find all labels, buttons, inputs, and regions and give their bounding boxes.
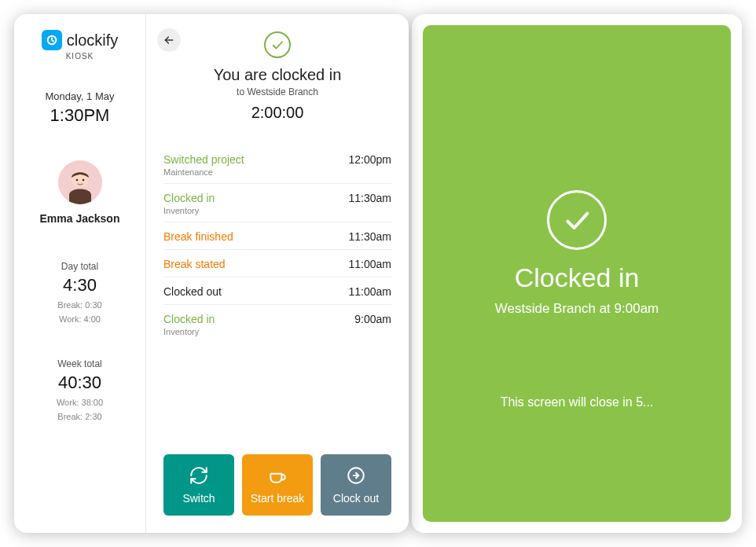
confirmation-closing-text: This screen will close in 5... [501, 395, 654, 409]
kiosk-card: clockify KIOSK Monday, 1 May 1:30PM Emma… [14, 14, 409, 533]
back-button[interactable] [157, 28, 181, 52]
event-title: Break stated [163, 258, 226, 270]
event-subtitle: Maintenance [163, 167, 244, 177]
event-subtitle: Inventory [163, 206, 215, 215]
check-circle-icon [264, 31, 291, 58]
hero-subtitle: to Westside Branch [237, 86, 318, 97]
clockify-logo-icon [42, 30, 62, 50]
event-row: Switched project Maintenance 12:00pm [163, 145, 391, 184]
clock-out-button-label: Clock out [333, 492, 379, 505]
event-row: Break finished 11:30am [163, 222, 391, 250]
event-time: 11:00am [349, 258, 391, 270]
confirmation-card: Clocked in Westside Branch at 9:00am Thi… [412, 14, 742, 533]
event-title: Clocked out [163, 285, 222, 298]
week-break-value: Break: 2:30 [57, 412, 101, 421]
switch-button[interactable]: Switch [163, 454, 234, 516]
events-list: Switched project Maintenance 12:00pm Clo… [163, 145, 391, 343]
event-row: Clocked in Inventory 11:30am [163, 184, 391, 222]
current-time: 1:30PM [50, 105, 110, 126]
event-time: 11:30am [349, 192, 391, 204]
event-row: Break stated 11:00am [163, 250, 391, 277]
svg-point-4 [82, 179, 84, 182]
event-row: Clocked in Inventory 9:00am [163, 305, 391, 343]
brand-name: clockify [67, 31, 119, 50]
user-name: Emma Jackson [40, 212, 120, 225]
day-total-value: 4:30 [63, 275, 97, 296]
hero-title: You are clocked in [214, 66, 342, 84]
start-break-button[interactable]: Start break [242, 454, 313, 516]
logo: clockify [42, 30, 119, 50]
event-title: Break finished [163, 230, 233, 243]
refresh-icon [189, 465, 209, 486]
confirmation-panel: Clocked in Westside Branch at 9:00am Thi… [423, 25, 731, 522]
sidebar: clockify KIOSK Monday, 1 May 1:30PM Emma… [14, 14, 146, 533]
start-break-button-label: Start break [251, 492, 304, 505]
event-row: Clocked out 11:00am [163, 277, 391, 305]
event-title: Clocked in [163, 192, 215, 204]
event-time: 12:00pm [349, 153, 391, 166]
event-time: 9:00am [354, 313, 391, 325]
event-time: 11:00am [349, 285, 391, 298]
main-panel: You are clocked in to Westside Branch 2:… [146, 14, 409, 533]
avatar [58, 160, 102, 204]
event-title: Clocked in [163, 313, 215, 325]
confirmation-subtitle: Westside Branch at 9:00am [495, 301, 659, 317]
event-time: 11:30am [349, 230, 391, 243]
event-title: Switched project [163, 153, 244, 166]
week-total-label: Week total [57, 358, 101, 369]
day-work-value: Work: 4:00 [59, 314, 101, 324]
hero: You are clocked in to Westside Branch 2:… [163, 31, 391, 122]
arrow-right-circle-icon [346, 465, 366, 486]
week-total-value: 40:30 [58, 373, 101, 393]
svg-point-3 [75, 179, 78, 182]
event-subtitle: Inventory [163, 327, 215, 336]
day-total-label: Day total [61, 261, 98, 272]
kiosk-label: KIOSK [66, 52, 94, 61]
current-date: Monday, 1 May [46, 90, 115, 102]
clock-out-button[interactable]: Clock out [321, 454, 391, 516]
arrow-left-icon [163, 34, 175, 46]
day-break-value: Break: 0:30 [57, 300, 101, 310]
check-circle-large-icon [547, 190, 607, 250]
action-row: Switch Start break Clock out [163, 454, 391, 516]
confirmation-title: Clocked in [515, 262, 640, 293]
switch-button-label: Switch [182, 492, 215, 505]
coffee-icon [267, 465, 288, 486]
week-work-value: Work: 38:00 [57, 398, 103, 407]
hero-elapsed: 2:00:00 [251, 104, 304, 122]
